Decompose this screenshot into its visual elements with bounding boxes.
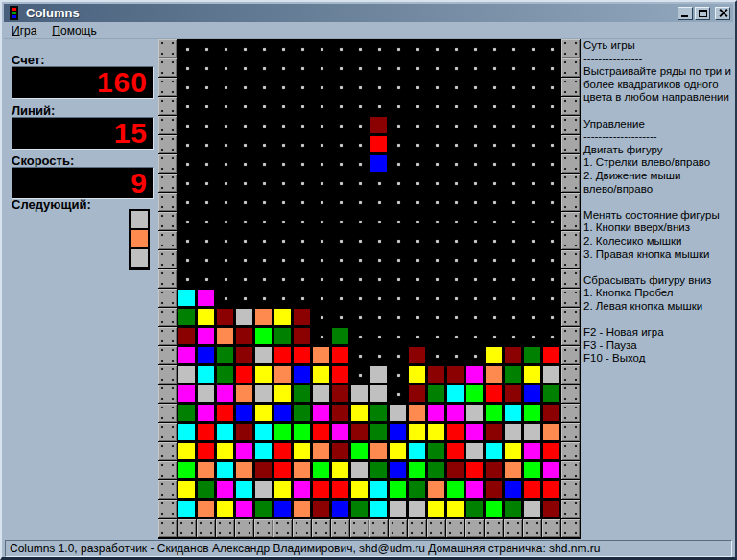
empty-cell-dot xyxy=(235,78,254,97)
border-tile xyxy=(485,519,503,537)
empty-cell-dot xyxy=(542,97,561,116)
empty-cell-dot xyxy=(369,193,389,212)
empty-cell-dot xyxy=(485,39,504,58)
board-block xyxy=(408,404,427,423)
empty-cell-dot xyxy=(485,250,504,269)
board-block xyxy=(178,346,197,365)
empty-cell-dot xyxy=(504,269,523,289)
empty-cell-dot xyxy=(389,135,408,154)
board-block xyxy=(331,461,350,480)
board-block xyxy=(312,404,331,423)
board-block xyxy=(504,423,523,442)
board-block xyxy=(235,385,254,404)
empty-cell-dot xyxy=(389,97,408,116)
board-block xyxy=(369,365,389,385)
board-block xyxy=(312,480,331,500)
empty-cell-dot xyxy=(523,116,542,135)
empty-cell-dot xyxy=(197,193,216,212)
next-piece-block xyxy=(131,230,148,247)
empty-cell-dot xyxy=(293,212,312,231)
board-block xyxy=(504,480,523,500)
board-block xyxy=(197,365,216,385)
board-block xyxy=(446,500,465,519)
board-block xyxy=(197,289,216,308)
border-tile xyxy=(158,289,177,307)
empty-cell-dot xyxy=(427,250,446,269)
minimize-button[interactable] xyxy=(678,7,693,20)
empty-cell-dot xyxy=(465,346,485,365)
board-block xyxy=(273,385,293,404)
empty-cell-dot xyxy=(178,231,197,250)
board-block xyxy=(273,327,293,346)
empty-cell-dot xyxy=(350,269,369,289)
next-piece-block xyxy=(131,249,148,267)
board-block xyxy=(235,480,254,500)
close-button[interactable] xyxy=(715,7,730,20)
board-block xyxy=(235,500,254,519)
empty-cell-dot xyxy=(216,154,235,174)
empty-cell-dot xyxy=(254,116,273,135)
board-block xyxy=(427,500,446,519)
empty-cell-dot xyxy=(331,116,350,135)
empty-cell-dot xyxy=(504,250,523,269)
empty-cell-dot xyxy=(542,116,561,135)
empty-cell-dot xyxy=(293,58,312,78)
border-tile xyxy=(561,39,580,58)
empty-cell-dot xyxy=(465,78,485,97)
board-block xyxy=(254,346,273,365)
board-block xyxy=(235,404,254,423)
empty-cell-dot xyxy=(446,231,465,250)
board-block xyxy=(254,385,273,404)
board-block xyxy=(197,346,216,365)
empty-cell-dot xyxy=(216,193,235,212)
empty-cell-dot xyxy=(465,308,485,327)
playfield[interactable] xyxy=(178,39,561,519)
board-block xyxy=(197,480,216,500)
menu-game[interactable]: Игра xyxy=(4,23,44,38)
empty-cell-dot xyxy=(389,385,408,404)
empty-cell-dot xyxy=(523,174,542,193)
empty-cell-dot xyxy=(485,97,504,116)
empty-cell-dot xyxy=(369,327,389,346)
speed-label: Скорость: xyxy=(12,153,74,168)
empty-cell-dot xyxy=(216,231,235,250)
titlebar[interactable]: Columns xyxy=(4,4,733,22)
board-block xyxy=(273,308,293,327)
empty-cell-dot xyxy=(331,193,350,212)
border-tile xyxy=(542,519,560,537)
board-block xyxy=(369,385,389,404)
empty-cell-dot xyxy=(523,154,542,174)
empty-cell-dot xyxy=(331,78,350,97)
empty-cell-dot xyxy=(427,97,446,116)
menu-help[interactable]: Помощь xyxy=(44,23,104,38)
border-tile xyxy=(561,404,580,422)
empty-cell-dot xyxy=(350,58,369,78)
border-tile xyxy=(561,365,580,384)
empty-cell-dot xyxy=(523,97,542,116)
board-block xyxy=(542,365,561,385)
board-block xyxy=(427,385,446,404)
board-block xyxy=(350,423,369,442)
empty-cell-dot xyxy=(178,212,197,231)
empty-cell-dot xyxy=(465,154,485,174)
maximize-button[interactable] xyxy=(695,7,710,20)
empty-cell-dot xyxy=(427,58,446,78)
empty-cell-dot xyxy=(523,231,542,250)
statusbar-text: Columns 1.0, разработчик - Скиданов Алек… xyxy=(5,540,732,557)
board-block xyxy=(235,346,254,365)
empty-cell-dot xyxy=(235,39,254,58)
speed-display: 9 xyxy=(12,167,154,199)
board-block xyxy=(197,308,216,327)
empty-cell-dot xyxy=(312,269,331,289)
board-block xyxy=(293,423,312,442)
empty-cell-dot xyxy=(408,231,427,250)
board-block xyxy=(312,442,331,461)
board-block xyxy=(254,308,273,327)
empty-cell-dot xyxy=(369,231,389,250)
board-block xyxy=(427,404,446,423)
empty-cell-dot xyxy=(542,269,561,289)
empty-cell-dot xyxy=(254,250,273,269)
board-block xyxy=(465,461,485,480)
board-block xyxy=(235,461,254,480)
board-block xyxy=(254,442,273,461)
